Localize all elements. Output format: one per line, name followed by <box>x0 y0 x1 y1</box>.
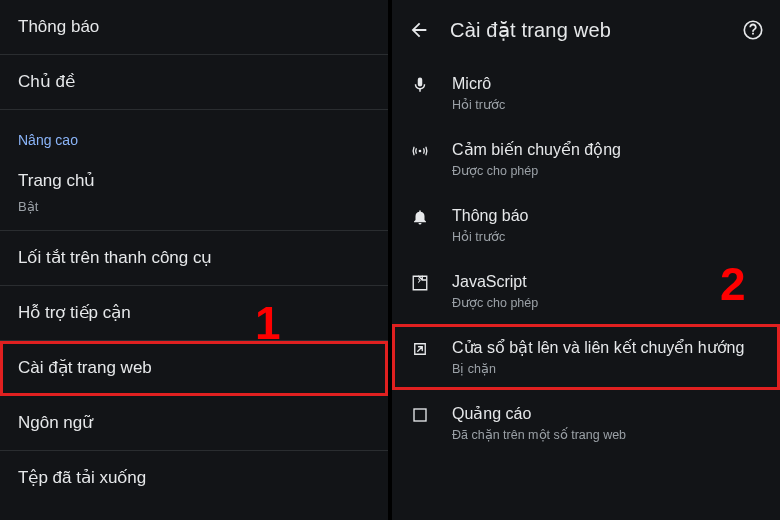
svg-rect-1 <box>414 409 426 421</box>
javascript-icon <box>406 274 434 292</box>
ads-icon <box>406 406 434 424</box>
row-toolbar-shortcut[interactable]: Lối tắt trên thanh công cụ <box>0 231 388 286</box>
row-theme[interactable]: Chủ đề <box>0 55 388 110</box>
item-status: Bị chặn <box>452 361 744 376</box>
help-icon <box>742 19 764 41</box>
item-label: Cửa sổ bật lên và liên kết chuyển hướng <box>452 338 744 358</box>
popup-icon <box>406 340 434 358</box>
row-status: Bật <box>18 196 370 218</box>
row-label: Chủ đề <box>18 72 75 91</box>
item-label: Quảng cáo <box>452 404 626 424</box>
site-row-mic[interactable]: Micrô Hỏi trước <box>392 60 780 126</box>
callout-2: 2 <box>720 257 746 311</box>
row-label: Tệp đã tải xuống <box>18 468 146 487</box>
settings-panel-left: Thông báo Chủ đề Nâng cao Trang chủ Bật … <box>0 0 388 520</box>
back-button[interactable] <box>406 17 432 43</box>
item-status: Được cho phép <box>452 163 621 178</box>
help-button[interactable] <box>740 17 766 43</box>
site-row-ads[interactable]: Quảng cáo Đã chặn trên một số trang web <box>392 390 780 456</box>
topbar: Cài đặt trang web <box>392 0 780 60</box>
motion-sensor-icon <box>406 142 434 160</box>
row-label: Thông báo <box>18 17 99 36</box>
row-label: Lối tắt trên thanh công cụ <box>18 248 213 267</box>
row-site-settings[interactable]: Cài đặt trang web <box>0 341 388 396</box>
mic-icon <box>406 76 434 94</box>
page-title: Cài đặt trang web <box>450 18 740 42</box>
site-row-motion[interactable]: Cảm biến chuyển động Được cho phép <box>392 126 780 192</box>
svg-point-0 <box>419 150 422 153</box>
section-advanced-header: Nâng cao <box>0 110 388 158</box>
item-status: Hỏi trước <box>452 229 529 244</box>
item-status: Đã chặn trên một số trang web <box>452 427 626 442</box>
site-row-popups[interactable]: Cửa sổ bật lên và liên kết chuyển hướng … <box>392 324 780 390</box>
bell-icon <box>406 208 434 226</box>
row-downloads[interactable]: Tệp đã tải xuống <box>0 451 388 505</box>
row-homepage[interactable]: Trang chủ Bật <box>0 158 388 231</box>
row-notifications[interactable]: Thông báo <box>0 0 388 55</box>
callout-1: 1 <box>255 296 281 350</box>
row-label: Ngôn ngữ <box>18 413 93 432</box>
row-label: Cài đặt trang web <box>18 358 152 377</box>
row-language[interactable]: Ngôn ngữ <box>0 396 388 451</box>
section-label: Nâng cao <box>18 132 78 148</box>
row-accessibility[interactable]: Hỗ trợ tiếp cận <box>0 286 388 341</box>
row-label: Trang chủ <box>18 171 95 190</box>
item-label: Cảm biến chuyển động <box>452 140 621 160</box>
site-row-notifications[interactable]: Thông báo Hỏi trước <box>392 192 780 258</box>
item-status: Hỏi trước <box>452 97 505 112</box>
item-label: Thông báo <box>452 206 529 226</box>
item-label: Micrô <box>452 74 505 94</box>
item-label: JavaScript <box>452 272 538 292</box>
item-status: Được cho phép <box>452 295 538 310</box>
row-label: Hỗ trợ tiếp cận <box>18 303 131 322</box>
arrow-left-icon <box>408 19 430 41</box>
